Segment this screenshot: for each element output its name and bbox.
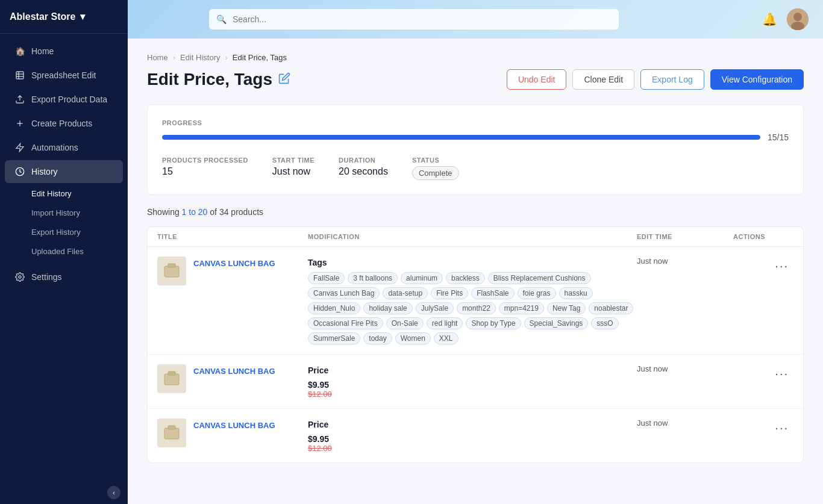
tag: FallSale: [308, 272, 345, 284]
stat-value-start: Just now: [272, 166, 314, 177]
price-new-3: $9.95: [308, 434, 637, 444]
progress-bar-fill: [162, 135, 760, 140]
row-actions-button-3[interactable]: ···: [770, 418, 793, 437]
row-actions-button-1[interactable]: ···: [770, 257, 793, 275]
tag: Shop by Type: [466, 317, 521, 329]
tag: data-setup: [383, 287, 428, 299]
stat-status: STATUS Complete: [412, 157, 459, 180]
showing-prefix: Showing: [147, 207, 182, 217]
progress-bar-wrap: 15/15: [162, 132, 789, 142]
tag: aluminum: [401, 272, 443, 284]
sidebar-item-spreadsheet-edit[interactable]: Spreadsheet Edit: [5, 64, 123, 87]
tag: today: [363, 332, 392, 344]
topbar-right: 🔔: [762, 8, 809, 30]
progress-count: 15/15: [768, 132, 789, 142]
showing-text: Showing 1 to 20 of 34 products: [147, 207, 804, 217]
breadcrumb-sep-1: ›: [173, 53, 175, 62]
stat-value-duration: 20 seconds: [339, 166, 388, 177]
tag: JulySale: [416, 302, 454, 314]
actions-cell-1: ···: [733, 257, 793, 275]
sidebar-item-label-home: Home: [31, 46, 54, 56]
sidebar-collapse-button[interactable]: ‹: [107, 486, 120, 499]
products-table: TITLE MODIFICATION EDIT TIME ACTIONS CAN…: [147, 226, 804, 463]
mod-section-1: Tags FallSale3 ft balloonsaluminumbackle…: [308, 257, 637, 344]
product-image-1: [157, 257, 186, 285]
svg-rect-18: [168, 426, 175, 429]
stat-start-time: START TIME Just now: [272, 157, 314, 180]
table-row: CANVAS LUNCH BAG Price $9.95 $12.00 Just…: [148, 409, 803, 462]
tag: FlashSale: [471, 287, 514, 299]
breadcrumb-edit-history[interactable]: Edit History: [180, 53, 220, 62]
tag: On-Sale: [386, 317, 424, 329]
breadcrumb-current: Edit Price, Tags: [233, 53, 287, 62]
product-name-3[interactable]: CANVAS LUNCH BAG: [193, 421, 275, 430]
clone-edit-button[interactable]: Clone Edit: [572, 69, 634, 90]
page-title-wrap: Edit Price, Tags: [147, 70, 290, 89]
price-new-2: $9.95: [308, 380, 637, 390]
tag: red light: [427, 317, 463, 329]
sidebar-sub-item-edit-history[interactable]: Edit History: [5, 184, 123, 203]
search-input[interactable]: [209, 9, 619, 30]
breadcrumb-sep-2: ›: [225, 53, 228, 62]
actions-cell-3: ···: [733, 418, 793, 437]
brand[interactable]: Ablestar Store ▾: [0, 0, 128, 34]
main: 🔍 🔔 Home › Edit History › Edit Price, Ta…: [128, 0, 823, 504]
col-edit-time: EDIT TIME: [637, 233, 733, 240]
svg-rect-0: [16, 72, 23, 79]
tag: noablestar: [589, 302, 633, 314]
actions-cell-2: ···: [733, 364, 793, 383]
sidebar-item-label-settings: Settings: [31, 272, 62, 282]
sidebar-sub-history: Edit History Import History Export Histo…: [0, 184, 128, 261]
mod-type-1: Tags: [308, 258, 637, 267]
page-header: Edit Price, Tags Undo Edit Clone Edit Ex…: [147, 69, 804, 90]
tag: mpn=4219: [499, 302, 544, 314]
table-header: TITLE MODIFICATION EDIT TIME ACTIONS: [148, 227, 803, 247]
sidebar-collapse-area: ‹: [0, 481, 128, 504]
edit-time-3: Just now: [637, 418, 733, 428]
tag: holiday sale: [363, 302, 412, 314]
stat-label-start: START TIME: [272, 157, 314, 164]
sidebar-sub-item-export-history[interactable]: Export History: [5, 223, 123, 241]
sidebar-item-automations[interactable]: Automations: [5, 136, 123, 159]
row-actions-button-2[interactable]: ···: [770, 364, 793, 383]
svg-point-9: [19, 276, 21, 278]
sidebar-item-label-history: History: [31, 167, 58, 176]
showing-suffix: of 34 products: [207, 207, 263, 217]
progress-bar-bg: [162, 135, 760, 140]
sidebar-item-history[interactable]: History: [5, 160, 123, 183]
edit-time-1: Just now: [637, 257, 733, 266]
product-name-1[interactable]: CANVAS LUNCH BAG: [193, 259, 275, 268]
product-name-2[interactable]: CANVAS LUNCH BAG: [193, 367, 275, 376]
status-badge: Complete: [412, 166, 459, 180]
tag: Hidden_Nulo: [308, 302, 360, 314]
svg-point-11: [793, 13, 802, 21]
breadcrumb: Home › Edit History › Edit Price, Tags: [147, 53, 804, 62]
export-log-button[interactable]: Export Log: [640, 69, 704, 90]
tag: sssO: [591, 317, 618, 329]
mod-section-3: Price $9.95 $12.00: [308, 418, 637, 453]
avatar[interactable]: [787, 8, 809, 30]
content: Home › Edit History › Edit Price, Tags E…: [128, 39, 823, 504]
progress-card: PROGRESS 15/15 PRODUCTS PROCESSED 15 STA…: [147, 104, 804, 195]
sidebar-item-create-products[interactable]: Create Products: [5, 112, 123, 135]
breadcrumb-home[interactable]: Home: [147, 53, 168, 62]
sidebar-sub-item-uploaded-files[interactable]: Uploaded Files: [5, 242, 123, 261]
svg-rect-15: [164, 374, 179, 385]
svg-rect-13: [164, 266, 179, 277]
product-cell-2: CANVAS LUNCH BAG: [157, 364, 308, 393]
showing-range[interactable]: 1 to 20: [182, 207, 208, 217]
sidebar-item-label-create: Create Products: [31, 119, 92, 128]
tag: XXL: [434, 332, 458, 344]
bell-icon[interactable]: 🔔: [762, 12, 777, 26]
view-configuration-button[interactable]: View Configuration: [710, 69, 804, 90]
edit-pencil-icon[interactable]: [278, 72, 290, 87]
sidebar-sub-item-import-history[interactable]: Import History: [5, 204, 123, 222]
sidebar-item-settings[interactable]: Settings: [5, 266, 123, 288]
tag: Canvas Lunch Bag: [308, 287, 380, 299]
stat-products-processed: PRODUCTS PROCESSED 15: [162, 157, 248, 180]
undo-edit-button[interactable]: Undo Edit: [507, 69, 566, 90]
sidebar-item-home[interactable]: 🏠 Home: [5, 40, 123, 63]
sidebar-item-export-product[interactable]: Export Product Data: [5, 88, 123, 111]
tag: Special_Savings: [524, 317, 589, 329]
tag: SummerSale: [308, 332, 360, 344]
